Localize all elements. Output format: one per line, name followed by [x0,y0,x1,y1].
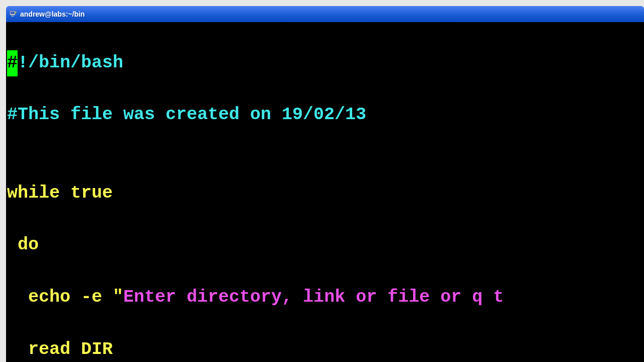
terminal-window: andrew@labs:~/bin #!/bin/bash #This file… [6,6,644,362]
shebang-text: !/bin/bash [18,53,123,73]
code-line: do [7,232,643,258]
putty-icon [9,10,17,18]
code-line: #!/bin/bash [7,50,643,76]
quote-open: " [113,287,123,307]
command-echo: echo [7,287,81,307]
svg-rect-2 [12,16,14,17]
keyword-while: while [7,183,70,203]
flag-e: -e [81,287,113,307]
svg-rect-1 [11,12,15,14]
string-literal: Enter directory, link or file or q t [123,287,504,307]
cursor-block: # [7,50,18,76]
comment-text: #This file was created on 19/02/13 [7,105,366,125]
command-read: read DIR [7,339,113,359]
code-line: echo -e "Enter directory, link or file o… [7,285,643,311]
window-titlebar[interactable]: andrew@labs:~/bin [6,6,644,22]
window-title: andrew@labs:~/bin [20,10,85,18]
keyword-do: do [7,235,39,255]
terminal-content[interactable]: #!/bin/bash #This file was created on 19… [6,22,644,362]
code-line: read DIR [7,337,643,362]
code-line: #This file was created on 19/02/13 [7,102,643,128]
keyword-true: true [70,183,113,203]
code-line: while true [7,180,643,207]
